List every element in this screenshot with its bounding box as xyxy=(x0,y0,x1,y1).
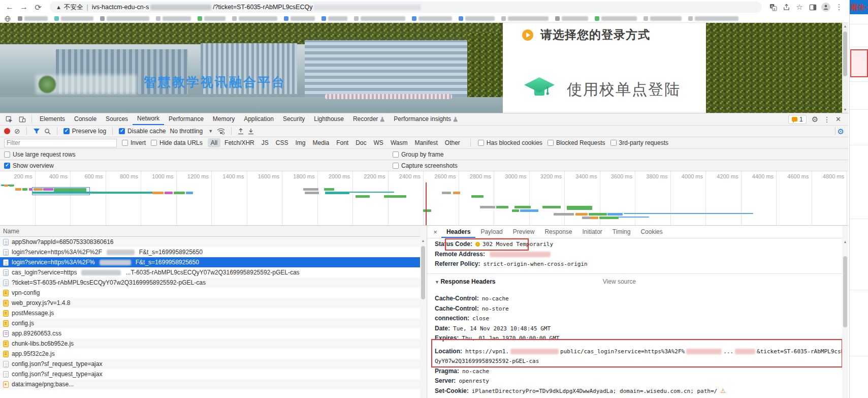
request-row[interactable]: app.95f32c2e.js xyxy=(0,349,426,359)
request-row[interactable]: config.js xyxy=(0,318,426,328)
network-conditions-icon[interactable] xyxy=(217,128,225,135)
devtools-kebab-icon[interactable]: ⋮ xyxy=(823,116,830,123)
request-row[interactable]: web_proxy.js?v=1.4.8 xyxy=(0,298,426,308)
device-toolbar-icon[interactable] xyxy=(16,114,28,125)
filter-type-js[interactable]: JS xyxy=(259,138,272,147)
response-headers-title[interactable]: Response Headers xyxy=(435,278,495,285)
network-settings-gear-icon[interactable]: ⚙ xyxy=(838,128,844,135)
request-row[interactable]: login?service=https%3A%2F%2FF&t_s=169995… xyxy=(0,247,426,257)
bookmark-item[interactable] xyxy=(595,16,637,21)
bookmark-item[interactable] xyxy=(412,16,452,21)
third-party-checkbox[interactable]: 3rd-party requests xyxy=(610,139,668,146)
request-row[interactable]: cas_login?service=https...T-6035-rAbMPL9… xyxy=(0,267,426,278)
details-tab-payload[interactable]: Payload xyxy=(475,226,507,238)
request-scroll-up[interactable]: ▲ xyxy=(420,239,426,242)
inspect-element-icon[interactable] xyxy=(3,114,15,125)
response-headers-section[interactable]: Response Headers View source xyxy=(435,277,842,287)
apps-globe-icon[interactable] xyxy=(4,15,11,22)
filter-type-css[interactable]: CSS xyxy=(273,138,292,147)
request-list-scrollbar[interactable]: ▲ xyxy=(420,226,426,398)
invert-checkbox[interactable]: Invert xyxy=(122,139,146,146)
details-tab-response[interactable]: Response xyxy=(539,226,577,238)
filter-type-ws[interactable]: WS xyxy=(371,138,387,147)
tab-console[interactable]: Console xyxy=(70,113,101,125)
filter-type-media[interactable]: Media xyxy=(309,138,332,147)
filter-type-fetchxhr[interactable]: Fetch/XHR xyxy=(221,138,258,147)
show-overview-checkbox[interactable]: Show overview xyxy=(4,162,54,169)
hide-data-urls-checkbox[interactable]: Hide data URLs xyxy=(151,139,203,146)
filter-type-manifest[interactable]: Manifest xyxy=(411,138,440,147)
export-har-icon[interactable] xyxy=(248,128,254,135)
tab-memory[interactable]: Memory xyxy=(208,113,239,125)
close-details-icon[interactable]: × xyxy=(430,228,440,236)
request-row[interactable]: appShow?appId=6850753308360616 xyxy=(0,237,426,247)
tab-network[interactable]: Network xyxy=(133,113,164,125)
tab-sources[interactable]: Sources xyxy=(101,113,133,125)
request-list-header-name[interactable]: Name xyxy=(0,226,426,237)
devtools-settings-icon[interactable]: ⚙ xyxy=(812,115,818,123)
throttling-dropdown[interactable]: No throttling▼ xyxy=(170,128,213,135)
bookmark-item[interactable] xyxy=(459,16,495,21)
bookmark-item[interactable] xyxy=(555,16,588,21)
bookmark-item[interactable] xyxy=(232,16,277,21)
bookmark-item[interactable] xyxy=(322,16,347,21)
request-row[interactable]: app.89260653.css xyxy=(0,328,426,339)
use-large-rows-checkbox[interactable]: Use large request rows xyxy=(4,151,75,158)
tab-application[interactable]: Application xyxy=(239,113,278,125)
tab-security[interactable]: Security xyxy=(278,113,309,125)
filter-type-all[interactable]: All xyxy=(208,138,220,147)
bookmark-item[interactable] xyxy=(156,16,191,21)
network-overview-timeline[interactable]: 200 ms400 ms600 ms800 ms1000 ms1200 ms14… xyxy=(0,171,848,226)
tab-elements[interactable]: Elements xyxy=(35,113,70,125)
filter-type-wasm[interactable]: Wasm xyxy=(388,138,411,147)
scroll-up-arrow[interactable]: ▲ xyxy=(842,24,848,28)
bookmark-item[interactable] xyxy=(354,16,405,21)
devtools-close-icon[interactable]: ✕ xyxy=(835,116,841,123)
bookmark-star-icon[interactable]: ☆ xyxy=(794,2,805,12)
blocked-requests-checkbox[interactable]: Blocked Requests xyxy=(548,139,605,146)
filter-type-doc[interactable]: Doc xyxy=(352,138,369,147)
has-blocked-cookies-checkbox[interactable]: Has blocked cookies xyxy=(478,139,542,146)
group-by-frame-checkbox[interactable]: Group by frame xyxy=(393,151,443,158)
request-row[interactable]: vpn-config xyxy=(0,288,426,298)
filter-funnel-icon[interactable] xyxy=(33,128,40,134)
details-tab-initiator[interactable]: Initiator xyxy=(577,226,607,238)
filter-input[interactable] xyxy=(4,139,117,147)
address-bar[interactable]: ▲ 不安全 | ivs-hactcm-edu-cn-s /?ticket=ST-… xyxy=(50,2,762,13)
request-row[interactable]: data:image/png;base... xyxy=(0,379,426,389)
capture-screenshots-checkbox[interactable]: Capture screenshots xyxy=(393,162,458,169)
request-row[interactable]: config.json?sf_request_type=ajax xyxy=(0,369,426,379)
scroll-down-arrow[interactable]: ▼ xyxy=(842,108,848,111)
bookmark-item[interactable] xyxy=(501,16,549,21)
details-scroll-up[interactable]: ▲ xyxy=(842,240,848,243)
back-button[interactable]: ← xyxy=(4,2,15,13)
details-tab-preview[interactable]: Preview xyxy=(508,226,540,238)
search-icon[interactable] xyxy=(44,128,51,135)
request-row[interactable]: ?ticket=ST-6035-rAbMPL9csECQyY07w2Q31699… xyxy=(0,278,426,288)
import-har-icon[interactable] xyxy=(238,128,244,135)
share-icon[interactable] xyxy=(781,2,791,12)
bookmark-item[interactable] xyxy=(644,16,682,21)
details-scrollbar[interactable]: ▲ xyxy=(842,226,848,398)
filter-type-font[interactable]: Font xyxy=(333,138,351,147)
filter-type-img[interactable]: Img xyxy=(292,138,308,147)
details-tab-cookies[interactable]: Cookies xyxy=(635,226,667,238)
bookmark-item[interactable] xyxy=(18,16,48,21)
bookmark-item[interactable] xyxy=(54,16,93,21)
tab-lighthouse[interactable]: Lighthouse xyxy=(309,113,348,125)
issues-badge[interactable]: 1 xyxy=(788,115,807,124)
profile-avatar[interactable] xyxy=(821,2,831,12)
details-tab-timing[interactable]: Timing xyxy=(607,226,636,238)
request-row[interactable]: login?service=https%3A%2F%F&t_s=16999589… xyxy=(0,257,426,267)
record-network-log-button[interactable] xyxy=(4,128,10,134)
request-row[interactable]: config.json?sf_request_type=ajax xyxy=(0,359,426,369)
details-tab-headers[interactable]: Headers xyxy=(441,226,475,238)
filter-type-other[interactable]: Other xyxy=(442,138,463,147)
tab-performance[interactable]: Performance xyxy=(164,113,208,125)
clear-network-log-icon[interactable]: ⊘ xyxy=(14,128,20,135)
view-source-link[interactable]: View source xyxy=(603,278,636,285)
sso-login-button[interactable]: 使用校单点登陆 xyxy=(523,76,681,103)
bookmark-item[interactable] xyxy=(284,16,315,21)
request-row[interactable]: postMessage.js xyxy=(0,308,426,318)
tab-recorder[interactable]: Recorder xyxy=(348,113,389,125)
